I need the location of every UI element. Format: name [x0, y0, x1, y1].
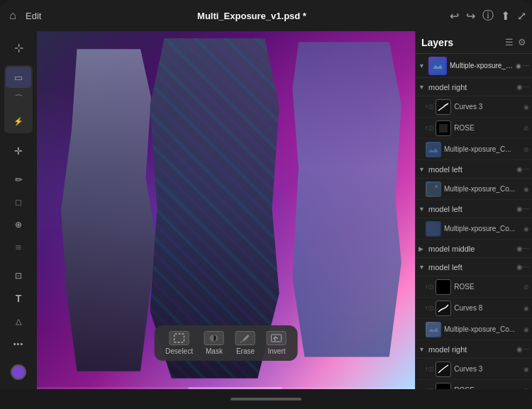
layer-name-curves3: Curves 3 — [454, 103, 522, 111]
invert-button[interactable]: Invert — [267, 331, 287, 355]
document-title[interactable]: Multi_Exposure_v1.psd * — [62, 11, 441, 21]
selection-tools-group: ▭ ⌒ ⚡ — [4, 65, 33, 133]
layer-fx-icon: f — [426, 387, 427, 389]
eye-icon[interactable]: ◉ — [516, 263, 523, 271]
clone-button[interactable]: ⊕ — [6, 214, 31, 235]
more-tools-button[interactable]: ••• — [6, 333, 31, 354]
move-button[interactable]: ✛ — [6, 140, 31, 162]
erase-label: Erase — [236, 347, 255, 355]
layers-list: ▼ Multiple-xposure_Co... ◉ ⋯ ▼ model rig… — [416, 54, 532, 389]
layer-fx-icon: f — [426, 305, 427, 311]
layer-group-model-left-3[interactable]: ▼ model left ◉ ⋯ — [416, 258, 532, 276]
layer-fx-icon: f — [426, 103, 427, 110]
layers-title: Layers — [421, 37, 453, 48]
redo-button[interactable]: ↪ — [466, 9, 475, 23]
layer-photo-model-left-2[interactable]: Multiple-xposure_Co... ◉ — [416, 218, 532, 240]
layer-curves3-1[interactable]: f ◫ Curves 3 ◉ — [416, 96, 532, 118]
layer-fx-icon: f — [426, 366, 427, 372]
foreground-color[interactable] — [11, 364, 26, 380]
layer-name-curves8: Curves 8 — [454, 304, 522, 312]
group-options-icon[interactable]: ⋯ — [523, 206, 529, 213]
layer-curves8[interactable]: f ◫ Curves 8 ◉ — [416, 298, 532, 319]
eye-icon[interactable]: ⊘ — [523, 125, 529, 132]
eye-icon[interactable]: ◉ — [523, 103, 529, 111]
svg-rect-0 — [174, 334, 184, 342]
layer-photo-model-left-3[interactable]: Multiple-xposure_Co... ◉ — [416, 319, 532, 340]
layer-lock-icon[interactable]: ⋯ — [523, 62, 529, 69]
eye-icon[interactable]: ⊘ — [523, 146, 529, 153]
eye-icon[interactable]: ◉ — [523, 366, 529, 373]
layer-group-model-right-1[interactable]: ▼ model right ◉ ⋯ — [416, 78, 532, 96]
layer-name: Multiple-xposure_Co... — [450, 62, 514, 69]
info-button[interactable]: ⓘ — [482, 9, 494, 23]
edit-label: Edit — [26, 11, 41, 21]
magic-select-button[interactable]: ⚡ — [6, 111, 31, 132]
layer-rose-3[interactable]: f ◫ ROSE ⊘ — [416, 380, 532, 389]
brush-button[interactable]: ✏ — [6, 169, 31, 190]
layer-group-model-right-2[interactable]: ▼ model right ◉ ⋯ — [416, 340, 532, 359]
deselect-icon — [170, 331, 189, 345]
svg-rect-3 — [431, 59, 445, 73]
layer-name-photo1: Multiple-xposure_C... — [444, 145, 522, 153]
layer-group-model-middle[interactable]: ▶ model middle ◉ ⋯ — [416, 240, 532, 258]
group-options-icon[interactable]: ⋯ — [523, 346, 529, 353]
layer-name-rose1: ROSE — [454, 124, 522, 132]
ipad-frame: ⌂ Edit Multi_Exposure_v1.psd * ↩ ↪ ⓘ ⬆ ⤢… — [0, 0, 532, 409]
layers-settings-icon[interactable]: ⚙ — [518, 37, 526, 47]
layer-photo-model-right-1[interactable]: Multiple-xposure_C... ⊘ — [416, 139, 532, 160]
svg-rect-9 — [427, 323, 440, 336]
eye-icon[interactable]: ⊘ — [523, 387, 529, 390]
layer-mask-icon: ◫ — [428, 366, 434, 372]
eye-icon[interactable]: ◉ — [516, 165, 523, 173]
text-button[interactable]: T — [6, 288, 31, 309]
erase-button[interactable]: Erase — [235, 331, 255, 355]
eye-icon[interactable]: ◉ — [523, 186, 529, 193]
layer-mask-icon: ◫ — [428, 305, 434, 311]
eye-icon[interactable]: ◉ — [516, 205, 523, 213]
share-button[interactable]: ⬆ — [501, 9, 510, 23]
layer-group-model-left-2[interactable]: ▼ model left ◉ ⋯ — [416, 200, 532, 218]
eye-icon[interactable]: ◉ — [523, 305, 529, 312]
layer-group-model-left-1[interactable]: ▼ model left ◉ ⋯ — [416, 160, 532, 179]
deselect-label: Deselect — [165, 347, 193, 355]
home-indicator[interactable] — [231, 398, 301, 400]
eye-icon[interactable]: ◉ — [516, 62, 521, 69]
crop-button[interactable]: ⊡ — [6, 265, 31, 286]
smudge-button[interactable]: ≋ — [6, 237, 31, 258]
undo-button[interactable]: ↩ — [450, 9, 459, 23]
mask-label: Mask — [206, 347, 223, 355]
rect-select-button[interactable]: ▭ — [6, 67, 31, 88]
eye-icon[interactable]: ◉ — [516, 83, 523, 91]
canvas-bottom-toolbar: Deselect Mask Erase Invert — [154, 325, 298, 361]
layers-panel: Layers ☰ ⚙ ▼ Multiple-xposure_Co... ◉ ⋯ … — [415, 31, 532, 389]
eye-icon[interactable]: ◉ — [516, 345, 523, 353]
layer-rose-1[interactable]: f ◫ ROSE ⊘ — [416, 118, 532, 139]
layer-name-photo4: Multiple-xposure_Co... — [444, 325, 522, 333]
shape-button[interactable]: △ — [6, 310, 31, 332]
canvas-area[interactable]: Deselect Mask Erase Invert — [37, 31, 415, 389]
deselect-button[interactable]: Deselect — [165, 331, 193, 355]
top-bar-right: ↩ ↪ ⓘ ⬆ ⤢ — [441, 9, 526, 23]
home-icon[interactable]: ⌂ — [6, 9, 20, 23]
lasso-select-button[interactable]: ⌒ — [6, 89, 31, 110]
svg-rect-2 — [272, 335, 282, 342]
eye-icon[interactable]: ◉ — [523, 326, 529, 333]
layer-group-multiple-exposure-top[interactable]: ▼ Multiple-xposure_Co... ◉ ⋯ — [416, 54, 532, 78]
mask-button[interactable]: Mask — [204, 331, 224, 355]
layer-rose-2[interactable]: f ◫ ROSE ⊘ — [416, 276, 532, 298]
layers-sort-icon[interactable]: ☰ — [505, 37, 514, 47]
move-tool-button[interactable]: ⊹ — [6, 37, 31, 58]
group-options-icon[interactable]: ⋯ — [523, 166, 529, 173]
eye-icon[interactable]: ◉ — [523, 225, 529, 232]
group-options-icon[interactable]: ⋯ — [523, 84, 529, 91]
layer-photo-model-left-1[interactable]: Multiple-xposure_Co... ◉ — [416, 179, 532, 200]
group-options-icon[interactable]: ⋯ — [523, 264, 529, 271]
eye-icon[interactable]: ◉ — [516, 245, 523, 252]
layer-curves3-2[interactable]: f ◫ Curves 3 ◉ — [416, 359, 532, 380]
eye-icon[interactable]: ⊘ — [523, 284, 529, 291]
expand-button[interactable]: ⤢ — [517, 9, 526, 23]
eraser-button[interactable]: ◻ — [6, 191, 31, 213]
layer-fx-icon: f — [426, 284, 427, 290]
layer-name-photo3: Multiple-xposure_Co... — [444, 225, 522, 232]
group-options-icon[interactable]: ⋯ — [523, 245, 529, 252]
